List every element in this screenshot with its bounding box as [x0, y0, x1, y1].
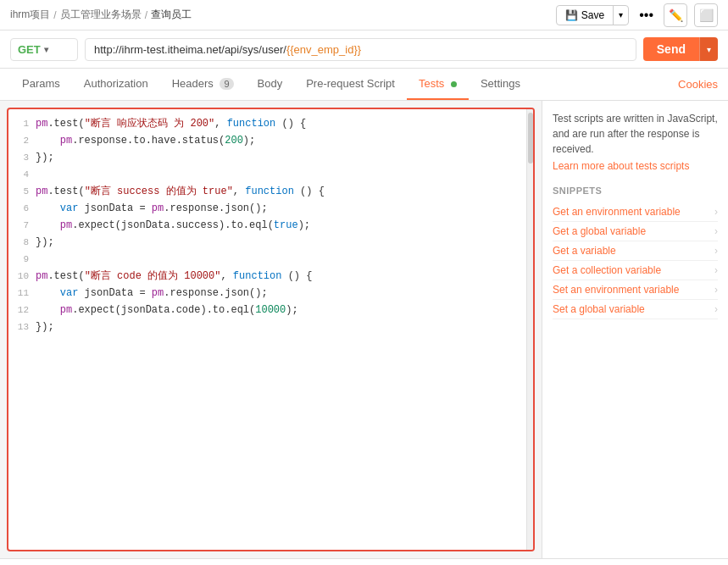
- snippet-get-global-var[interactable]: Get a global variable ›: [553, 222, 718, 241]
- snippets-panel: Test scripts are written in JavaScript, …: [542, 101, 728, 558]
- request-tabs: Params Authorization Headers 9 Body Pre-…: [10, 69, 532, 100]
- snippet-get-var[interactable]: Get a variable ›: [553, 241, 718, 261]
- more-options-button[interactable]: •••: [636, 4, 657, 26]
- snippets-section-title: SNIPPETS: [553, 186, 718, 196]
- request-tabs-bar: Params Authorization Headers 9 Body Pre-…: [0, 69, 728, 101]
- chevron-right-icon: ›: [714, 245, 718, 257]
- tab-settings[interactable]: Settings: [469, 69, 532, 100]
- top-bar: ihrm项目 / 员工管理业务场景 / 查询员工 💾 Save ▾ ••• ✏️…: [0, 0, 728, 30]
- code-line-8: 8 });: [8, 235, 526, 252]
- cookies-button[interactable]: Cookies: [678, 69, 718, 99]
- snippets-learn-link[interactable]: Learn more about tests scripts: [553, 160, 689, 172]
- code-line-2: 2 pm.response.to.have.status(200);: [8, 133, 526, 150]
- tab-pre-request[interactable]: Pre-request Script: [294, 69, 407, 100]
- tab-tests[interactable]: Tests: [407, 69, 469, 100]
- editor-scrollbar[interactable]: [526, 109, 533, 550]
- chevron-right-icon: ›: [714, 225, 718, 237]
- breadcrumb: ihrm项目 / 员工管理业务场景 / 查询员工: [10, 8, 192, 22]
- send-button[interactable]: Send: [643, 37, 699, 61]
- chevron-right-icon: ›: [714, 206, 718, 218]
- scrollbar-thumb: [528, 113, 533, 163]
- breadcrumb-scene[interactable]: 员工管理业务场景: [60, 8, 142, 22]
- response-tab-body[interactable]: Body: [10, 559, 56, 565]
- main-content: 1 pm.test("断言 响应状态码 为 200", function () …: [0, 101, 728, 558]
- tab-body[interactable]: Body: [246, 69, 295, 100]
- send-dropdown-button[interactable]: ▾: [699, 37, 718, 61]
- layout-icon-button[interactable]: ⬜: [694, 3, 718, 27]
- chevron-right-icon: ›: [714, 264, 718, 276]
- tab-headers[interactable]: Headers 9: [160, 69, 246, 100]
- response-tabs-bar: Body Cookies Headers (7) Test Results 4/…: [0, 559, 728, 565]
- code-editor: 1 pm.test("断言 响应状态码 为 200", function () …: [7, 108, 535, 551]
- tab-params[interactable]: Params: [10, 69, 72, 100]
- save-dropdown-button[interactable]: ▾: [614, 7, 628, 23]
- code-line-11: 11 var jsonData = pm.response.json();: [8, 285, 526, 302]
- chevron-right-icon: ›: [714, 284, 718, 296]
- method-select[interactable]: GET ▾: [10, 38, 78, 61]
- send-button-group: Send ▾: [643, 37, 718, 61]
- toolbar-actions: 💾 Save ▾ ••• ✏️ ⬜: [556, 3, 718, 27]
- snippets-description: Test scripts are written in JavaScript, …: [553, 111, 718, 157]
- url-bar: GET ▾ http://ihrm-test.itheima.net/api/s…: [0, 30, 728, 69]
- response-tab-cookies[interactable]: Cookies: [56, 559, 116, 565]
- method-label: GET: [18, 43, 41, 56]
- code-line-7: 7 pm.expect(jsonData.success).to.eql(tru…: [8, 218, 526, 235]
- code-line-13: 13 });: [8, 319, 526, 336]
- url-display[interactable]: http://ihrm-test.itheima.net/api/sys/use…: [85, 38, 636, 61]
- code-line-6: 6 var jsonData = pm.response.json();: [8, 201, 526, 218]
- code-line-3: 3 });: [8, 150, 526, 167]
- edit-icon-button[interactable]: ✏️: [664, 3, 687, 27]
- code-lines[interactable]: 1 pm.test("断言 响应状态码 为 200", function () …: [8, 109, 526, 550]
- response-tab-test-results[interactable]: Test Results 4/4: [192, 559, 299, 565]
- breadcrumb-current: 查询员工: [151, 8, 192, 22]
- save-button-group: 💾 Save ▾: [556, 5, 629, 25]
- snippet-get-env-var[interactable]: Get an environment variable ›: [553, 202, 718, 222]
- tab-authorization[interactable]: Authorization: [72, 69, 160, 100]
- snippet-set-env-var[interactable]: Set an environment variable ›: [553, 280, 718, 300]
- response-section: Body Cookies Headers (7) Test Results 4/…: [0, 558, 728, 565]
- snippet-get-collection-var[interactable]: Get a collection variable ›: [553, 261, 718, 280]
- snippet-set-global-var[interactable]: Set a global variable ›: [553, 300, 718, 319]
- code-line-9: 9: [8, 252, 526, 269]
- editor-scroll-area: 1 pm.test("断言 响应状态码 为 200", function () …: [8, 109, 533, 550]
- code-line-10: 10 pm.test("断言 code 的值为 10000", function…: [8, 269, 526, 285]
- chevron-right-icon: ›: [714, 303, 718, 315]
- code-line-12: 12 pm.expect(jsonData.code).to.eql(10000…: [8, 302, 526, 319]
- code-line-4: 4: [8, 167, 526, 184]
- save-button[interactable]: 💾 Save: [557, 6, 614, 25]
- code-line-1: 1 pm.test("断言 响应状态码 为 200", function () …: [8, 116, 526, 133]
- response-tab-headers[interactable]: Headers (7): [116, 559, 192, 565]
- breadcrumb-project[interactable]: ihrm项目: [10, 8, 50, 22]
- method-dropdown-arrow: ▾: [44, 45, 48, 54]
- code-line-5: 5 pm.test("断言 success 的值为 true", functio…: [8, 184, 526, 201]
- save-icon: 💾: [565, 9, 578, 21]
